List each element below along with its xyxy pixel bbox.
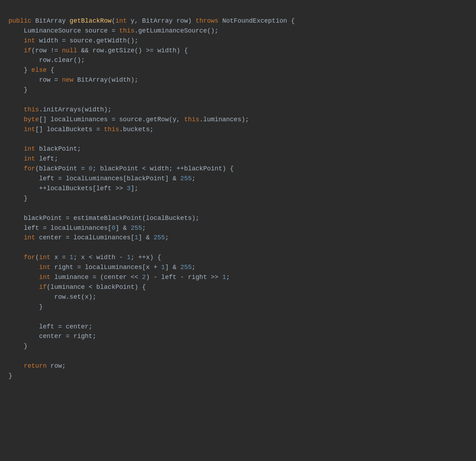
code-token: 255	[180, 264, 192, 271]
code-token: 255	[154, 234, 165, 241]
code-token: row;	[47, 362, 66, 369]
code-token: {	[47, 66, 54, 74]
code-token: (luminance < blackPoint) {	[47, 284, 146, 291]
code-line: if(row != null && row.getSize() >= width…	[8, 46, 468, 56]
code-token: for	[24, 254, 35, 261]
code-token: null	[62, 47, 77, 54]
code-token: 0	[89, 165, 93, 172]
code-token: 3	[127, 185, 131, 192]
code-token: byte	[24, 116, 39, 123]
code-token: row =	[8, 76, 62, 83]
code-token: (row !=	[31, 47, 62, 54]
code-token: .getLuminanceSource();	[134, 27, 218, 34]
code-token	[8, 264, 39, 271]
code-token: int	[24, 126, 35, 133]
code-token: if	[24, 47, 31, 54]
code-line: int left;	[8, 154, 468, 164]
code-token	[8, 116, 24, 123]
code-token: int	[39, 264, 50, 271]
code-token: this	[104, 126, 119, 133]
code-token: 1	[134, 234, 138, 241]
code-token	[8, 47, 24, 54]
code-line: ++localBuckets[left >> 3];	[8, 184, 468, 194]
code-token	[8, 106, 24, 113]
code-token: }	[8, 66, 31, 74]
code-token: getBlackRow	[70, 17, 112, 24]
code-token: int	[24, 37, 35, 44]
code-token: else	[31, 66, 47, 74]
code-token	[8, 274, 39, 281]
code-token: width = source.getWidth();	[35, 37, 139, 44]
code-line: blackPoint = estimateBlackPoint(localBuc…	[8, 214, 468, 223]
code-token: ] &	[115, 224, 130, 232]
code-line: int width = source.getWidth();	[8, 36, 468, 46]
code-token: return	[24, 362, 47, 369]
code-line: int right = localLuminances[x + 1] & 255…	[8, 263, 468, 273]
code-token: center = localLuminances[	[35, 234, 135, 241]
code-token: center = right;	[8, 333, 96, 340]
code-line: int center = localLuminances[1] & 255;	[8, 233, 468, 243]
code-token: (	[35, 254, 39, 261]
code-line: left = center;	[8, 322, 468, 332]
code-token: 1	[161, 264, 165, 271]
code-token	[8, 37, 24, 44]
code-line: } else {	[8, 65, 468, 75]
code-token: (	[112, 17, 116, 24]
code-line: for(blackPoint = 0; blackPoint < width; …	[8, 164, 468, 174]
code-editor: public BitArray getBlackRow(int y, BitAr…	[8, 6, 468, 381]
code-line: this.initArrays(width);	[8, 105, 468, 115]
code-line: left = localLuminances[0] & 255;	[8, 223, 468, 233]
code-token: ++localBuckets[left >>	[8, 185, 127, 192]
code-token	[8, 165, 24, 172]
code-token: }	[8, 343, 28, 350]
code-line: int[] localBuckets = this.buckets;	[8, 125, 468, 135]
code-token: BitArray(width);	[74, 76, 139, 83]
code-token: int	[24, 234, 35, 241]
code-token: public	[8, 17, 35, 24]
code-token: blackPoint = estimateBlackPoint(localBuc…	[8, 215, 199, 222]
code-token: int	[39, 254, 50, 261]
code-line	[8, 204, 468, 214]
code-token: for	[24, 165, 35, 172]
code-token	[8, 234, 24, 241]
code-token: ] &	[165, 264, 180, 271]
code-line	[8, 135, 468, 145]
code-token: .initArrays(width);	[39, 106, 111, 113]
code-line	[8, 243, 468, 253]
code-line: int blackPoint;	[8, 144, 468, 154]
code-token: && row.getSize() >= width) {	[77, 47, 188, 54]
code-token: ; blackPoint < width; ++blackPoint) {	[93, 165, 234, 172]
code-line: }	[8, 371, 468, 381]
code-line: public BitArray getBlackRow(int y, BitAr…	[8, 16, 468, 26]
code-line: LuminanceSource source = this.getLuminan…	[8, 26, 468, 36]
code-token: right = localLuminances[x +	[51, 264, 161, 271]
code-token	[8, 284, 39, 291]
code-token: if	[39, 284, 47, 291]
code-line: int luminance = (center << 2) - left - r…	[8, 273, 468, 282]
code-token: 1	[127, 254, 131, 261]
code-token: ; x < width -	[74, 254, 127, 261]
code-token: [] localBuckets =	[35, 126, 104, 133]
code-token: left = localLuminances[blackPoint] &	[8, 175, 180, 182]
code-token: NotFoundException {	[218, 17, 295, 24]
code-line	[8, 312, 468, 322]
code-token: BitArray	[35, 17, 70, 24]
code-token: LuminanceSource source =	[8, 27, 119, 34]
code-token: ;	[142, 224, 146, 232]
code-line: }	[8, 342, 468, 351]
code-token: (blackPoint =	[35, 165, 89, 172]
code-line: }	[8, 85, 468, 95]
code-token: int	[24, 155, 35, 162]
code-token: 255	[180, 175, 192, 182]
code-token	[8, 155, 24, 162]
code-token: ; ++x) {	[131, 254, 161, 261]
code-line: }	[8, 194, 468, 204]
code-token	[8, 145, 24, 152]
code-token: new	[62, 76, 73, 83]
code-line	[8, 95, 468, 105]
code-line: row.clear();	[8, 56, 468, 65]
code-token: int	[24, 145, 35, 152]
code-token: .luminances);	[199, 116, 249, 123]
code-token: 0	[112, 224, 116, 232]
code-line: return row;	[8, 361, 468, 371]
